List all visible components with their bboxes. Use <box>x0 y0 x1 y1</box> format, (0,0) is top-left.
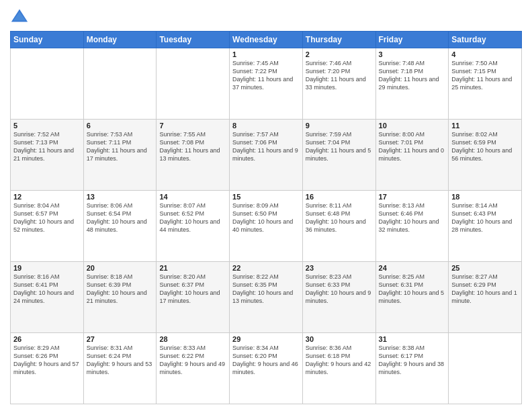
day-info: Sunrise: 7:46 AM Sunset: 7:20 PM Dayligh… <box>306 59 373 92</box>
day-number: 4 <box>451 50 519 58</box>
table-row <box>157 48 230 120</box>
table-row <box>83 48 157 120</box>
logo-icon <box>10 7 29 26</box>
table-row: 15Sunrise: 8:09 AM Sunset: 6:50 PM Dayli… <box>230 191 303 262</box>
day-number: 8 <box>232 122 300 130</box>
table-row: 27Sunrise: 8:31 AM Sunset: 6:24 PM Dayli… <box>83 333 157 404</box>
table-row: 4Sunrise: 7:50 AM Sunset: 7:15 PM Daylig… <box>449 48 522 120</box>
day-number: 29 <box>232 335 300 343</box>
day-info: Sunrise: 7:45 AM Sunset: 7:22 PM Dayligh… <box>232 59 300 92</box>
calendar-table: Sunday Monday Tuesday Wednesday Thursday… <box>10 31 522 404</box>
table-row: 20Sunrise: 8:18 AM Sunset: 6:39 PM Dayli… <box>83 262 157 333</box>
day-number: 10 <box>379 122 446 130</box>
day-info: Sunrise: 7:48 AM Sunset: 7:18 PM Dayligh… <box>379 59 446 92</box>
table-row: 21Sunrise: 8:20 AM Sunset: 6:37 PM Dayli… <box>157 262 230 333</box>
day-info: Sunrise: 7:53 AM Sunset: 7:11 PM Dayligh… <box>87 130 154 163</box>
table-row <box>449 333 522 404</box>
day-info: Sunrise: 8:36 AM Sunset: 6:18 PM Dayligh… <box>306 344 373 377</box>
calendar-week-5: 26Sunrise: 8:29 AM Sunset: 6:26 PM Dayli… <box>11 333 522 404</box>
day-info: Sunrise: 8:06 AM Sunset: 6:54 PM Dayligh… <box>87 201 154 234</box>
table-row: 8Sunrise: 7:57 AM Sunset: 7:06 PM Daylig… <box>230 120 303 191</box>
table-row: 11Sunrise: 8:02 AM Sunset: 6:59 PM Dayli… <box>449 120 522 191</box>
day-number: 30 <box>306 335 373 343</box>
day-number: 31 <box>379 335 446 343</box>
table-row: 7Sunrise: 7:55 AM Sunset: 7:08 PM Daylig… <box>157 120 230 191</box>
table-row: 9Sunrise: 7:59 AM Sunset: 7:04 PM Daylig… <box>302 120 375 191</box>
table-row: 24Sunrise: 8:25 AM Sunset: 6:31 PM Dayli… <box>375 262 449 333</box>
col-sunday: Sunday <box>11 32 84 48</box>
day-info: Sunrise: 8:11 AM Sunset: 6:48 PM Dayligh… <box>306 201 373 234</box>
table-row: 6Sunrise: 7:53 AM Sunset: 7:11 PM Daylig… <box>83 120 157 191</box>
table-row: 19Sunrise: 8:16 AM Sunset: 6:41 PM Dayli… <box>11 262 84 333</box>
day-number: 14 <box>159 193 226 201</box>
day-info: Sunrise: 8:22 AM Sunset: 6:35 PM Dayligh… <box>232 273 300 306</box>
day-info: Sunrise: 8:34 AM Sunset: 6:20 PM Dayligh… <box>232 344 300 377</box>
day-number: 18 <box>451 193 519 201</box>
col-tuesday: Tuesday <box>157 32 230 48</box>
table-row: 18Sunrise: 8:14 AM Sunset: 6:43 PM Dayli… <box>449 191 522 262</box>
day-number: 11 <box>451 122 519 130</box>
day-info: Sunrise: 8:27 AM Sunset: 6:29 PM Dayligh… <box>451 273 519 306</box>
day-info: Sunrise: 8:13 AM Sunset: 6:46 PM Dayligh… <box>379 201 446 234</box>
calendar-week-1: 1Sunrise: 7:45 AM Sunset: 7:22 PM Daylig… <box>11 48 522 120</box>
table-row <box>11 48 84 120</box>
col-thursday: Thursday <box>302 32 375 48</box>
day-number: 9 <box>306 122 373 130</box>
day-info: Sunrise: 8:20 AM Sunset: 6:37 PM Dayligh… <box>159 273 226 306</box>
day-info: Sunrise: 8:38 AM Sunset: 6:17 PM Dayligh… <box>379 344 446 377</box>
day-info: Sunrise: 8:16 AM Sunset: 6:41 PM Dayligh… <box>13 273 81 306</box>
table-row: 17Sunrise: 8:13 AM Sunset: 6:46 PM Dayli… <box>375 191 449 262</box>
col-wednesday: Wednesday <box>230 32 303 48</box>
table-row: 31Sunrise: 8:38 AM Sunset: 6:17 PM Dayli… <box>375 333 449 404</box>
day-number: 16 <box>306 193 373 201</box>
table-row: 12Sunrise: 8:04 AM Sunset: 6:57 PM Dayli… <box>11 191 84 262</box>
day-info: Sunrise: 8:23 AM Sunset: 6:33 PM Dayligh… <box>306 273 373 306</box>
day-info: Sunrise: 8:07 AM Sunset: 6:52 PM Dayligh… <box>159 201 226 234</box>
table-row: 29Sunrise: 8:34 AM Sunset: 6:20 PM Dayli… <box>230 333 303 404</box>
table-row: 26Sunrise: 8:29 AM Sunset: 6:26 PM Dayli… <box>11 333 84 404</box>
day-number: 19 <box>13 264 81 272</box>
table-row: 16Sunrise: 8:11 AM Sunset: 6:48 PM Dayli… <box>302 191 375 262</box>
day-info: Sunrise: 8:18 AM Sunset: 6:39 PM Dayligh… <box>87 273 154 306</box>
day-number: 24 <box>379 264 446 272</box>
header-row: Sunday Monday Tuesday Wednesday Thursday… <box>11 32 522 48</box>
page: Sunday Monday Tuesday Wednesday Thursday… <box>0 0 532 411</box>
day-info: Sunrise: 7:59 AM Sunset: 7:04 PM Dayligh… <box>306 130 373 163</box>
day-number: 15 <box>232 193 300 201</box>
day-info: Sunrise: 8:25 AM Sunset: 6:31 PM Dayligh… <box>379 273 446 306</box>
col-friday: Friday <box>375 32 449 48</box>
day-info: Sunrise: 8:14 AM Sunset: 6:43 PM Dayligh… <box>451 201 519 234</box>
table-row: 25Sunrise: 8:27 AM Sunset: 6:29 PM Dayli… <box>449 262 522 333</box>
day-number: 21 <box>159 264 226 272</box>
calendar-week-4: 19Sunrise: 8:16 AM Sunset: 6:41 PM Dayli… <box>11 262 522 333</box>
day-number: 3 <box>379 50 446 58</box>
logo <box>10 7 32 26</box>
day-info: Sunrise: 7:52 AM Sunset: 7:13 PM Dayligh… <box>13 130 81 163</box>
day-info: Sunrise: 8:00 AM Sunset: 7:01 PM Dayligh… <box>379 130 446 163</box>
day-number: 13 <box>87 193 154 201</box>
day-info: Sunrise: 7:57 AM Sunset: 7:06 PM Dayligh… <box>232 130 300 163</box>
table-row: 2Sunrise: 7:46 AM Sunset: 7:20 PM Daylig… <box>302 48 375 120</box>
day-number: 20 <box>87 264 154 272</box>
table-row: 5Sunrise: 7:52 AM Sunset: 7:13 PM Daylig… <box>11 120 84 191</box>
day-info: Sunrise: 7:55 AM Sunset: 7:08 PM Dayligh… <box>159 130 226 163</box>
day-number: 7 <box>159 122 226 130</box>
table-row: 13Sunrise: 8:06 AM Sunset: 6:54 PM Dayli… <box>83 191 157 262</box>
day-number: 28 <box>159 335 226 343</box>
day-info: Sunrise: 8:33 AM Sunset: 6:22 PM Dayligh… <box>159 344 226 377</box>
table-row: 30Sunrise: 8:36 AM Sunset: 6:18 PM Dayli… <box>302 333 375 404</box>
day-number: 22 <box>232 264 300 272</box>
day-number: 27 <box>87 335 154 343</box>
header <box>10 7 522 26</box>
table-row: 23Sunrise: 8:23 AM Sunset: 6:33 PM Dayli… <box>302 262 375 333</box>
table-row: 14Sunrise: 8:07 AM Sunset: 6:52 PM Dayli… <box>157 191 230 262</box>
table-row: 3Sunrise: 7:48 AM Sunset: 7:18 PM Daylig… <box>375 48 449 120</box>
day-number: 6 <box>87 122 154 130</box>
table-row: 1Sunrise: 7:45 AM Sunset: 7:22 PM Daylig… <box>230 48 303 120</box>
day-number: 17 <box>379 193 446 201</box>
table-row: 22Sunrise: 8:22 AM Sunset: 6:35 PM Dayli… <box>230 262 303 333</box>
day-number: 2 <box>306 50 373 58</box>
table-row: 28Sunrise: 8:33 AM Sunset: 6:22 PM Dayli… <box>157 333 230 404</box>
day-info: Sunrise: 8:02 AM Sunset: 6:59 PM Dayligh… <box>451 130 519 163</box>
day-info: Sunrise: 8:29 AM Sunset: 6:26 PM Dayligh… <box>13 344 81 377</box>
